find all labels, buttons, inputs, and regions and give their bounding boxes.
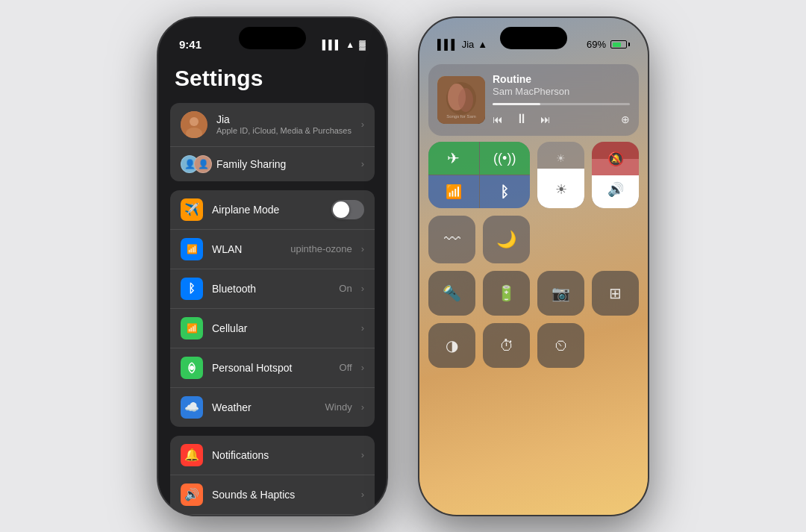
weather-label: Weather	[212, 401, 316, 413]
toggle-knob	[333, 201, 349, 218]
camera-icon: 📷	[552, 284, 570, 302]
now-playing-progress-fill	[493, 103, 540, 105]
airplane-mode-toggle[interactable]	[331, 200, 364, 219]
family-sharing-text: Family Sharing	[216, 158, 352, 170]
bluetooth-icon: ᛒ	[181, 278, 203, 300]
airplane-mode-icon: ✈️	[181, 198, 203, 221]
weather-text: Weather	[212, 401, 316, 413]
airdrop-icon: 〰	[444, 230, 460, 249]
svg-point-1	[190, 117, 199, 126]
cellular-chevron: ›	[361, 322, 364, 334]
camera-btn[interactable]: 📷	[537, 271, 584, 316]
now-playing-artist: Sam MacPherson	[493, 86, 630, 97]
status-icons: ▌▌▌ ▲ ▓	[322, 40, 366, 50]
bluetooth-chevron: ›	[361, 283, 364, 294]
svg-text:Songs for Sam: Songs for Sam	[446, 114, 476, 119]
mirror-btn[interactable]: ⊞	[592, 271, 639, 316]
timer-btn[interactable]: ⏲	[537, 323, 584, 368]
airplane-mode-row[interactable]: ✈️ Airplane Mode	[170, 190, 375, 230]
wlan-label: WLAN	[212, 243, 281, 255]
cc-battery-icon	[610, 40, 630, 48]
stopwatch-icon: ⏱	[499, 337, 514, 354]
brightness-slider[interactable]: ☀ ☀	[537, 142, 584, 208]
family-sharing-row[interactable]: 👤 👤 Family Sharing ›	[170, 147, 375, 181]
battery-icon: ▓	[359, 40, 366, 50]
mute-overlay: 🔕	[592, 142, 639, 175]
cellular-label: Cellular	[212, 322, 352, 334]
weather-row[interactable]: ☁️ Weather Windy ›	[170, 388, 375, 427]
focus-btn[interactable]: 🌙	[483, 216, 530, 263]
airplane-cc-icon: ✈	[447, 149, 460, 167]
wifi-icon: ▲	[346, 40, 354, 50]
cc-signal-icon: ▌▌▌	[437, 39, 458, 50]
airplay-button[interactable]: ⊕	[621, 113, 630, 125]
hotspot-value: Off	[340, 362, 352, 373]
brightness-icon: ☀	[555, 181, 567, 198]
notifications-row[interactable]: 🔔 Notifications ›	[170, 436, 375, 475]
weather-icon: ☁️	[181, 396, 203, 419]
profile-name: Jia	[216, 113, 352, 125]
dynamic-island-cc	[500, 27, 567, 49]
sounds-chevron: ›	[361, 489, 364, 500]
profile-chevron: ›	[361, 119, 364, 130]
airdrop-btn[interactable]: 〰	[428, 216, 475, 263]
album-art: Songs for Sam	[437, 76, 485, 124]
profile-section: Jia Apple ID, iCloud, Media & Purchases …	[170, 103, 375, 181]
battery-fill	[613, 43, 622, 47]
weather-chevron: ›	[361, 401, 364, 413]
wlan-icon: 📶	[181, 238, 203, 260]
airplane-toggle-btn[interactable]: ✈	[428, 142, 479, 175]
signal-icon: ▌▌▌	[322, 40, 342, 50]
notifications-label: Notifications	[212, 449, 352, 461]
hotspot-icon	[181, 357, 203, 379]
hotspot-row[interactable]: Personal Hotspot Off ›	[170, 348, 375, 388]
cc-status-left: ▌▌▌ Jia ▲	[437, 39, 487, 50]
family-sharing-chevron: ›	[361, 158, 364, 169]
now-playing-info: Routine Sam MacPherson ⏮ ⏸ ⏭ ⊕	[493, 73, 630, 128]
family-avatars: 👤 👤	[181, 155, 207, 173]
mirror-icon: ⊞	[609, 284, 622, 302]
wlan-value: upinthe-ozone	[290, 243, 352, 254]
settings-title: Settings	[158, 58, 387, 103]
bluetooth-row[interactable]: ᛒ Bluetooth On ›	[170, 269, 375, 309]
bluetooth-text: Bluetooth	[212, 283, 330, 295]
timer-icon: ⏲	[554, 337, 569, 354]
stopwatch-btn[interactable]: ⏱	[483, 323, 530, 368]
family-avatar-2: 👤	[194, 155, 212, 173]
sounds-row[interactable]: 🔊 Sounds & Haptics ›	[170, 475, 375, 515]
wlan-text: WLAN	[212, 243, 281, 255]
profile-row[interactable]: Jia Apple ID, iCloud, Media & Purchases …	[170, 103, 375, 147]
rewind-button[interactable]: ⏮	[493, 113, 503, 125]
cellular-toggle-btn[interactable]: ((•))	[480, 142, 531, 175]
now-playing-title: Routine	[493, 73, 630, 86]
sounds-label: Sounds & Haptics	[212, 489, 352, 501]
bluetooth-value: On	[339, 283, 352, 294]
profile-text: Jia Apple ID, iCloud, Media & Purchases	[216, 113, 352, 135]
volume-slider[interactable]: 🔕 🔊	[592, 142, 639, 208]
settings-phone: 9:41 ▌▌▌ ▲ ▓ Settings Jia	[157, 16, 388, 516]
profile-sublabel: Apple ID, iCloud, Media & Purchases	[216, 126, 352, 135]
volume-icon: 🔊	[607, 181, 624, 198]
dark-mode-btn[interactable]: ◑	[428, 323, 475, 368]
flashlight-btn[interactable]: 🔦	[428, 271, 475, 316]
low-power-icon: 🔋	[497, 284, 516, 302]
play-pause-button[interactable]: ⏸	[515, 111, 528, 127]
cellular-row[interactable]: 📶 Cellular ›	[170, 309, 375, 348]
mute-icon: 🔕	[607, 151, 624, 167]
wlan-row[interactable]: 📶 WLAN upinthe-ozone ›	[170, 230, 375, 269]
svg-point-7	[458, 88, 473, 112]
sounds-text: Sounds & Haptics	[212, 489, 352, 501]
cellular-text: Cellular	[212, 322, 352, 334]
low-power-btn[interactable]: 🔋	[483, 271, 530, 316]
wifi-toggle-btn[interactable]: 📶	[428, 175, 479, 208]
network-section: ✈️ Airplane Mode 📶 WLAN upinthe-ozone ›	[170, 190, 375, 427]
cc-screen: ▌▌▌ Jia ▲ 69%	[419, 18, 648, 515]
other-section: 🔔 Notifications › 🔊 Sounds & Haptics › 🌙…	[170, 436, 375, 515]
now-playing-card[interactable]: Songs for Sam Routine Sam MacPherson ⏮ ⏸…	[428, 64, 639, 137]
battery-body	[610, 40, 627, 48]
airplane-mode-label: Airplane Mode	[212, 204, 322, 216]
sounds-icon: 🔊	[181, 484, 203, 506]
bluetooth-toggle-btn[interactable]: ᛒ	[480, 175, 531, 208]
fast-forward-button[interactable]: ⏭	[540, 113, 551, 125]
network-group: ✈ ((•)) 📶 ᛒ	[428, 142, 530, 208]
